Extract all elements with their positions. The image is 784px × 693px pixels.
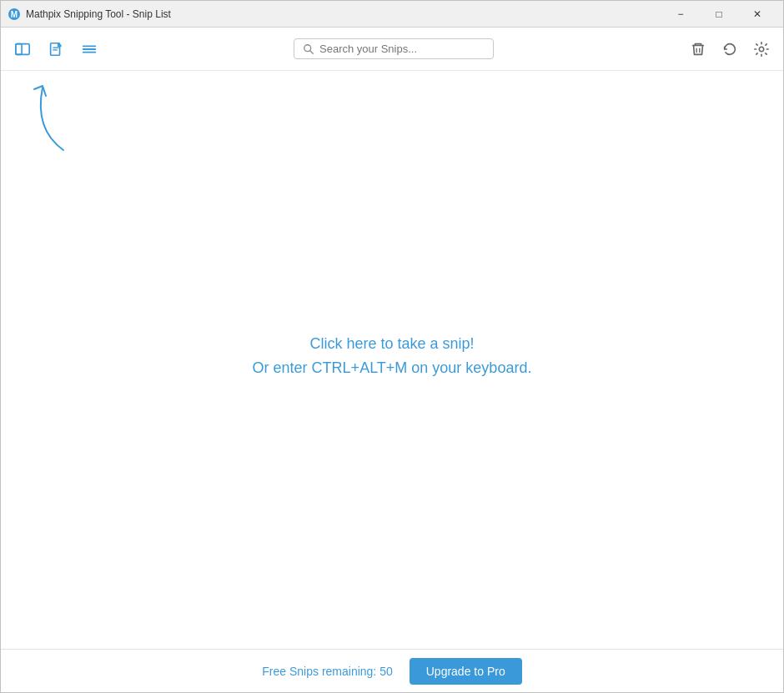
arrow-area — [18, 79, 84, 166]
title-bar: M Mathpix Snipping Tool - Snip List − □ … — [1, 1, 783, 28]
search-icon — [303, 43, 314, 55]
toolbar-right — [686, 38, 773, 61]
message-line2: Or enter CTRL+ALT+M on your keyboard. — [253, 359, 532, 377]
gear-icon — [753, 41, 770, 58]
take-snip-button[interactable] — [11, 38, 34, 61]
screenshot-icon — [14, 41, 31, 58]
message-line1: Click here to take a snip! — [253, 335, 532, 353]
export-button[interactable] — [44, 38, 68, 61]
svg-line-11 — [310, 50, 314, 53]
free-snips-label: Free Snips remaining: 50 — [262, 665, 392, 678]
search-input[interactable] — [319, 43, 485, 55]
window-title: Mathpix Snipping Tool - Snip List — [26, 8, 661, 20]
maximize-button[interactable]: □ — [700, 1, 738, 28]
upgrade-button[interactable]: Upgrade to Pro — [410, 658, 522, 685]
svg-rect-2 — [16, 43, 29, 54]
search-box — [294, 38, 494, 59]
center-message: Click here to take a snip! Or enter CTRL… — [253, 335, 532, 377]
svg-text:M: M — [11, 10, 18, 19]
footer: Free Snips remaining: 50 Upgrade to Pro — [1, 649, 783, 692]
minimize-button[interactable]: − — [661, 1, 700, 28]
edit-icon — [48, 41, 64, 58]
arrow-svg — [18, 79, 84, 163]
refresh-icon — [721, 41, 738, 58]
toolbar-left — [11, 38, 101, 61]
close-button[interactable]: ✕ — [738, 1, 776, 28]
menu-button[interactable] — [78, 38, 101, 61]
delete-button[interactable] — [686, 38, 710, 61]
main-content: Click here to take a snip! Or enter CTRL… — [1, 71, 783, 649]
window-controls: − □ ✕ — [661, 1, 776, 28]
settings-button[interactable] — [750, 38, 773, 61]
trash-icon — [690, 41, 706, 58]
svg-rect-3 — [16, 43, 22, 54]
svg-point-14 — [759, 47, 763, 51]
app-icon: M — [8, 8, 21, 21]
toolbar — [1, 28, 783, 71]
toolbar-center — [101, 38, 686, 59]
refresh-button[interactable] — [718, 38, 741, 61]
menu-icon — [81, 41, 98, 58]
